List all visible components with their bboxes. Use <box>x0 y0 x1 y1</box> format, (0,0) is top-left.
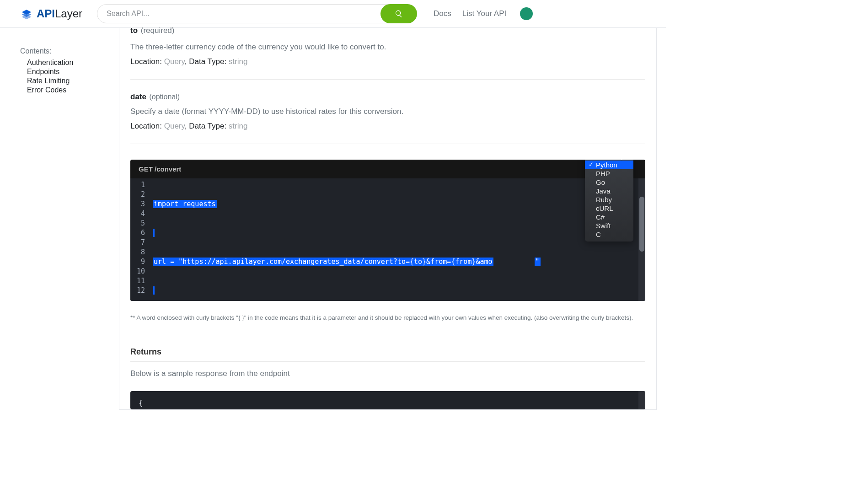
param-tag: (optional) <box>149 93 180 101</box>
lang-option-curl[interactable]: cURL <box>585 204 633 213</box>
lang-option-go[interactable]: Go <box>585 178 633 187</box>
returns-heading: Returns <box>130 347 645 362</box>
lang-option-php[interactable]: PHP <box>585 169 633 178</box>
lang-option-python[interactable]: Python <box>585 161 633 169</box>
sidebar-item-error-codes[interactable]: Error Codes <box>20 86 108 95</box>
logo-icon <box>20 7 33 20</box>
param-meta: Location: Query, Data Type: string <box>130 57 645 66</box>
lang-option-csharp[interactable]: C# <box>585 213 633 221</box>
returns-desc: Below is a sample response from the endp… <box>130 369 645 378</box>
language-dropdown[interactable]: Javascript Python PHP Go Java Ruby cURL … <box>585 160 633 242</box>
param-meta: Location: Query, Data Type: string <box>130 122 645 131</box>
page-body: Contents: Authentication Endpoints Rate … <box>0 28 666 428</box>
lang-option-swift[interactable]: Swift <box>585 221 633 230</box>
code-scrollbar[interactable] <box>638 178 645 301</box>
scrollbar-thumb[interactable] <box>639 197 644 252</box>
search-button[interactable] <box>380 4 417 23</box>
lang-option-ruby[interactable]: Ruby <box>585 195 633 204</box>
logo[interactable]: APILayer <box>20 7 82 20</box>
sidebar-item-authentication[interactable]: Authentication <box>20 58 108 67</box>
lang-option-java[interactable]: Java <box>585 187 633 195</box>
search-input[interactable] <box>97 4 417 23</box>
param-desc: Specify a date (format YYYY-MM-DD) to us… <box>130 107 645 116</box>
returns-code-block[interactable]: { <box>130 391 645 409</box>
nav-list-api[interactable]: List Your API <box>462 9 506 18</box>
param-tag: (required) <box>141 26 175 35</box>
sidebar-item-rate-limiting[interactable]: Rate Limiting <box>20 76 108 86</box>
sidebar-item-endpoints[interactable]: Endpoints <box>20 67 108 76</box>
logo-text-bold: API <box>37 7 55 20</box>
param-desc: The three-letter currency code of the cu… <box>130 43 645 52</box>
lang-option-c[interactable]: C <box>585 230 633 239</box>
code-sample: GET /convert 1 2 3 4 5 6 7 8 9 10 11 <box>130 160 645 301</box>
nav-links: Docs List Your API <box>434 7 533 20</box>
main-content: to (required) The three-letter currency … <box>108 28 666 428</box>
logo-text-light: Layer <box>55 7 82 20</box>
nav-docs[interactable]: Docs <box>434 9 451 18</box>
code-lines: import requests ​ url = "https://api.api… <box>149 178 541 301</box>
param-date: date (optional) Specify a date (format Y… <box>130 80 645 144</box>
sidebar-title: Contents: <box>20 47 108 55</box>
returns-scrollbar[interactable] <box>638 391 645 409</box>
content-card: to (required) The three-letter currency … <box>119 28 657 410</box>
param-name: to <box>130 26 138 35</box>
code-header: GET /convert <box>130 160 645 178</box>
line-gutter: 1 2 3 4 5 6 7 8 9 10 11 12 <box>130 178 149 301</box>
avatar[interactable] <box>520 7 533 20</box>
sidebar-list: Authentication Endpoints Rate Limiting E… <box>20 58 108 95</box>
code-footnote: ** A word enclosed with curly brackets "… <box>130 314 645 322</box>
sidebar: Contents: Authentication Endpoints Rate … <box>0 28 108 428</box>
param-name: date <box>130 92 146 101</box>
param-to: to (required) The three-letter currency … <box>130 28 645 80</box>
search-container <box>97 4 417 23</box>
top-bar: APILayer Docs List Your API <box>0 0 666 28</box>
search-icon <box>395 10 403 18</box>
code-body[interactable]: 1 2 3 4 5 6 7 8 9 10 11 12 import <box>130 178 645 301</box>
